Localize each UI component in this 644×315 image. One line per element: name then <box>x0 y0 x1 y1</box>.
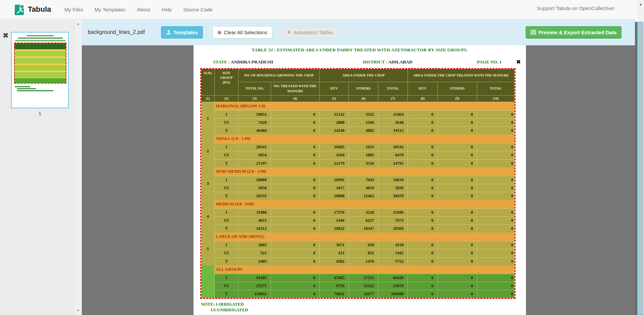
table-cell: 0 <box>477 184 515 192</box>
export-table-icon <box>531 30 536 35</box>
table-cell: 109498 <box>378 290 408 298</box>
row-label-cell: T <box>215 126 238 135</box>
table-cell: 46484 <box>238 126 271 135</box>
page-no-label: PAGE NO. 1 <box>477 59 502 65</box>
thumbnail-note-line <box>15 86 30 87</box>
table-cell: 0 <box>271 118 320 126</box>
table-cell: 0 <box>438 151 477 159</box>
row-label-cell: T <box>215 159 238 167</box>
table-cell: 4310 <box>378 241 408 249</box>
table-cell: 0 <box>477 118 515 126</box>
nav-item-my-files[interactable]: My Files <box>59 7 89 12</box>
header-group-cell: AREA UNDER THE CROP TREATED WITH THE MAN… <box>408 69 515 82</box>
pdf-page[interactable]: TABLE 5J : ESTIMATED AREA UNDER PADDY TR… <box>194 45 526 315</box>
nav-item-help[interactable]: Help <box>156 7 177 12</box>
table-cell: 0 <box>408 159 438 167</box>
brand[interactable]: Tabula <box>14 3 51 15</box>
nav-item-source-code[interactable]: Source Code <box>177 7 218 12</box>
scroll-up-icon[interactable]: ▲ <box>639 2 642 6</box>
row-label-cell: UI <box>215 151 238 159</box>
table-cell: 5836 <box>378 184 408 192</box>
row-label-cell: I <box>215 176 238 184</box>
table-cell: 20800 <box>238 176 271 184</box>
scroll-up-icon[interactable]: ▲ <box>76 22 80 25</box>
table-section: 5LARGE (10 AND ABOVE)I200503671639431000… <box>201 232 515 265</box>
table-cell: 9756 <box>320 282 349 290</box>
table-cell: 0 <box>271 290 320 298</box>
table-cell: 17576 <box>320 208 349 216</box>
lock-badge <box>20 4 24 8</box>
table-cell: 6227 <box>349 216 378 224</box>
nav-item-about[interactable]: About <box>131 7 156 12</box>
pdf-title: TABLE 5J : ESTIMATED AREA UNDER PADDY TR… <box>194 47 526 53</box>
slno-cell: 5 <box>201 232 215 265</box>
table-cell: 4594 <box>320 151 349 159</box>
table-cell: 0 <box>408 290 438 298</box>
support-link[interactable]: Support Tabula on OpenCollective! <box>537 5 614 11</box>
row-label-cell: I <box>215 110 238 118</box>
selection-close-icon[interactable]: ✖ <box>516 59 521 65</box>
table-selection[interactable]: Sl.NoSIZE GROUP (HA)NO. OF HOLDINGS GROW… <box>200 68 516 299</box>
header-number-cell: (1) <box>201 96 215 102</box>
brand-title: Tabula <box>28 5 51 14</box>
clear-selections-button[interactable]: ⊗ Clear All Selections <box>212 26 272 39</box>
autodetect-tables-button[interactable]: Autodetect Tables <box>282 26 338 39</box>
table-cell: 0 <box>408 282 438 290</box>
table-cell: 0 <box>477 282 515 290</box>
page-thumbnail[interactable] <box>11 32 69 108</box>
table-cell: 0 <box>271 143 320 151</box>
thumbnail-note-line <box>17 88 36 89</box>
table-cell: 14230 <box>320 126 349 135</box>
table-cell: 0 <box>271 110 320 118</box>
table-cell: 831 <box>349 249 378 257</box>
table-cell: 12142 <box>320 110 349 118</box>
table-cell: 2005 <box>238 241 271 249</box>
table-section: ALL GROUPSI941850670651735584420000UI252… <box>201 265 515 298</box>
table-cell: 20341 <box>238 143 271 151</box>
thumbnail-title-line <box>18 38 63 39</box>
state-line: STATE : ANDHRA PRADESH <box>213 59 273 65</box>
header-number-cell: (5) <box>320 96 349 102</box>
table-cell: 3671 <box>320 241 349 249</box>
table-cell: 11986 <box>238 208 271 216</box>
scroll-down-icon[interactable]: ▼ <box>76 309 80 312</box>
table-cell: 1885 <box>349 151 378 159</box>
table-cell: 0 <box>438 290 477 298</box>
viewer-scrollbar-thumb[interactable] <box>635 22 638 315</box>
table-cell: 0 <box>438 224 477 232</box>
table-cell: 19112 <box>378 126 408 135</box>
pdf-viewer: TABLE 5J : ESTIMATED AREA UNDER PADDY TR… <box>82 45 635 315</box>
pdf-note-line: UI-UNIRRIGATED <box>211 307 248 313</box>
district-label: DISTRICT : <box>363 59 387 64</box>
export-button[interactable]: Preview & Export Extracted Data <box>526 26 622 39</box>
table-cell: 0 <box>438 126 477 135</box>
header-sub-cell: TOTAL <box>378 82 408 96</box>
table-cell: 0 <box>271 274 320 282</box>
table-cell: 3516 <box>349 159 378 167</box>
table-section: 4MEDIUM (4.0 - 9.99)I1198601757641202169… <box>201 200 515 232</box>
table-cell: 0 <box>438 118 477 126</box>
table-cell: 0 <box>271 216 320 224</box>
nav-item-my-templates[interactable]: My Templates <box>89 7 131 12</box>
header-number-cell: (6) <box>349 96 378 102</box>
thumbnail-close-icon[interactable]: ✖ <box>3 32 9 39</box>
lightning-icon <box>287 30 291 35</box>
table-cell: 30470 <box>378 192 408 200</box>
filename-label: background_lines_2.pdf <box>88 29 145 35</box>
table-cell: 0 <box>408 143 438 151</box>
table-cell: 0 <box>477 159 515 167</box>
table-cell: 0 <box>477 151 515 159</box>
sidebar-scrollbar[interactable]: ▲ ▼ <box>75 19 82 315</box>
table-cell: 15464 <box>378 110 408 118</box>
slno-cell <box>201 265 215 298</box>
band-row: ALL GROUPS <box>215 265 515 274</box>
table-cell: 0 <box>408 224 438 232</box>
table-cell: 32677 <box>349 290 378 298</box>
table-cell: 611 <box>320 249 349 257</box>
table-cell: 0 <box>438 241 477 249</box>
templates-button[interactable]: Templates <box>161 26 203 39</box>
scrollbar-thumb[interactable] <box>638 22 643 315</box>
window-scrollbar[interactable]: ▲ <box>638 0 644 315</box>
table-cell: 16312 <box>238 224 271 232</box>
table-cell: 0 <box>271 184 320 192</box>
